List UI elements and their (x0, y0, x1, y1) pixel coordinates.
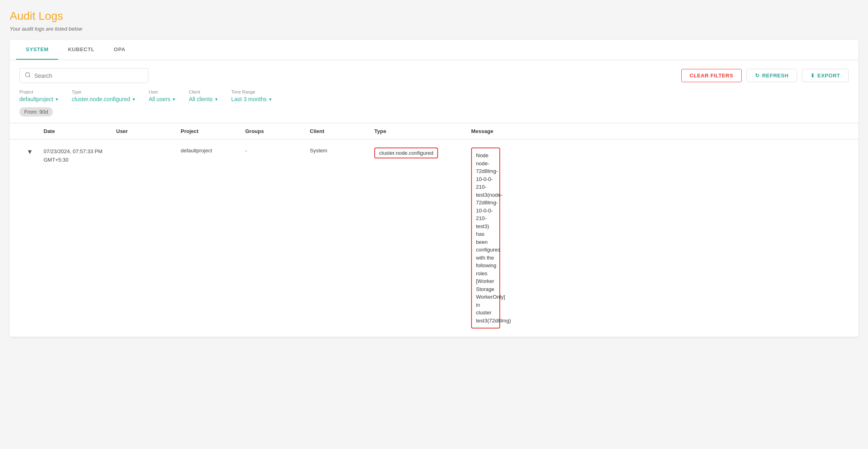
filter-time-range: Time Range Last 3 months ▼ (231, 89, 272, 102)
table-row: ▼ 07/23/2024, 07:57:33 PM GMT+5:30 defau… (10, 139, 858, 337)
filter-dropdowns: Project defaultproject ▼ Type cluster.no… (19, 89, 849, 102)
message-cell: Node node-72d8lmg-10-0-0-210-test3(node-… (471, 148, 500, 328)
row-expand-button[interactable]: ▼ (19, 148, 44, 156)
page-subtitle: Your audit logs are listed below (10, 26, 858, 32)
col-client: Client (310, 128, 374, 134)
from-badge: From: 90d (19, 107, 53, 116)
chevron-down-icon: ▼ (172, 97, 176, 102)
client-dropdown[interactable]: All clients ▼ (189, 96, 218, 102)
export-icon: ⬇ (810, 73, 815, 79)
type-badge: cluster.node.configured (374, 148, 438, 158)
chevron-down-icon: ▼ (214, 97, 218, 102)
search-box[interactable] (19, 68, 148, 83)
chevron-down-icon: ▼ (132, 97, 136, 102)
search-input[interactable] (34, 73, 143, 79)
top-buttons: CLEAR FILTERS ↻ REFRESH ⬇ EXPORT (681, 69, 849, 82)
svg-line-1 (29, 76, 30, 77)
chevron-down-icon: ▼ (27, 148, 33, 156)
filter-client: Client All clients ▼ (189, 89, 218, 102)
filter-type: Type cluster.node.configured ▼ (72, 89, 136, 102)
type-label: Type (72, 89, 136, 94)
svg-point-0 (25, 73, 30, 77)
client-label: Client (189, 89, 218, 94)
clear-filters-button[interactable]: CLEAR FILTERS (681, 69, 742, 82)
chevron-down-icon: ▼ (268, 97, 272, 102)
project-dropdown[interactable]: defaultproject ▼ (19, 96, 59, 102)
project-label: Project (19, 89, 59, 94)
col-user: User (116, 128, 181, 134)
user-label: User (149, 89, 176, 94)
time-range-dropdown[interactable]: Last 3 months ▼ (231, 96, 272, 102)
filter-project: Project defaultproject ▼ (19, 89, 59, 102)
row-date: 07/23/2024, 07:57:33 PM GMT+5:30 (44, 148, 116, 164)
tab-kubectl[interactable]: KUBECTL (58, 40, 104, 60)
time-range-value: Last 3 months (231, 96, 267, 102)
col-groups: Groups (245, 128, 310, 134)
row-message: Node node-72d8lmg-10-0-0-210-test3(node-… (471, 148, 503, 328)
client-value: All clients (189, 96, 213, 102)
filter-user: User All users ▼ (149, 89, 176, 102)
tabs-bar: SYSTEM KUBECTL OPA (10, 40, 858, 60)
refresh-button[interactable]: ↻ REFRESH (747, 69, 797, 82)
user-dropdown[interactable]: All users ▼ (149, 96, 176, 102)
row-project: defaultproject (181, 148, 245, 154)
row-client: System (310, 148, 374, 154)
filter-section: CLEAR FILTERS ↻ REFRESH ⬇ EXPORT Project… (10, 60, 858, 123)
refresh-icon: ↻ (755, 73, 760, 79)
page-title: Audit Logs (10, 10, 858, 23)
col-project: Project (181, 128, 245, 134)
tab-system[interactable]: SYSTEM (16, 40, 58, 60)
project-value: defaultproject (19, 96, 53, 102)
type-value: cluster.node.configured (72, 96, 130, 102)
type-dropdown[interactable]: cluster.node.configured ▼ (72, 96, 136, 102)
chevron-down-icon: ▼ (55, 97, 59, 102)
export-button[interactable]: ⬇ EXPORT (802, 69, 849, 82)
tab-opa[interactable]: OPA (104, 40, 135, 60)
col-date: Date (44, 128, 116, 134)
col-expand (19, 128, 44, 134)
refresh-label: REFRESH (762, 73, 789, 79)
col-message: Message (471, 128, 503, 134)
col-type: Type (374, 128, 471, 134)
time-range-label: Time Range (231, 89, 272, 94)
search-icon (25, 72, 31, 79)
table-header: Date User Project Groups Client Type Mes… (10, 123, 858, 139)
export-label: EXPORT (818, 73, 840, 79)
row-groups: - (245, 148, 310, 154)
row-type: cluster.node.configured (374, 148, 471, 158)
table-section: Date User Project Groups Client Type Mes… (10, 123, 858, 337)
user-value: All users (149, 96, 171, 102)
